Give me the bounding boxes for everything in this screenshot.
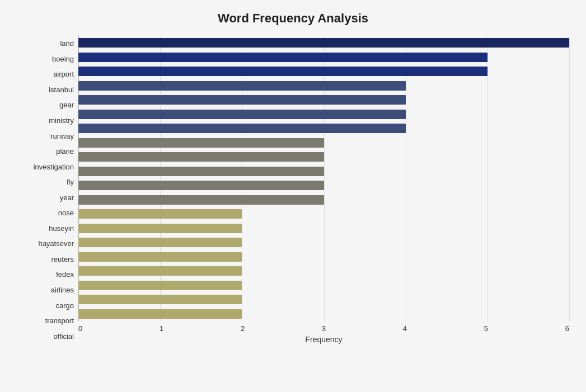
y-axis-label: boeing [52, 55, 74, 63]
y-axis-label: ministry [49, 117, 74, 124]
y-axis-label: hayatsever [38, 240, 74, 247]
bars-area [78, 36, 569, 321]
bar [78, 295, 242, 304]
bar [78, 181, 324, 190]
bar [78, 124, 406, 133]
bar [78, 195, 324, 205]
bar [78, 81, 406, 91]
y-axis-label: reuters [51, 256, 74, 263]
y-axis-label: investigation [34, 163, 74, 171]
y-axis-label: fedex [56, 271, 74, 278]
grid-line [569, 36, 570, 321]
bar [78, 110, 406, 119]
bar [78, 281, 242, 290]
bar [78, 53, 487, 62]
bar [78, 95, 406, 105]
bar-row [78, 250, 569, 265]
bar-row [78, 221, 569, 236]
chart-container: Word Frequency Analysis landboeingairpor… [0, 0, 586, 392]
y-axis-label: plane [56, 148, 74, 155]
x-axis-label: Frequency [78, 335, 569, 344]
x-axis: 0123456 [78, 321, 569, 333]
y-axis-label: airport [53, 70, 74, 78]
bars-and-xaxis: 0123456 Frequency [78, 36, 569, 344]
bar-row [78, 107, 569, 122]
bar-row [78, 136, 569, 150]
bar-row [78, 50, 569, 65]
bar-row [78, 150, 569, 164]
x-tick: 4 [403, 324, 407, 333]
bar [78, 167, 324, 176]
y-axis-label: land [60, 40, 74, 47]
bar [78, 38, 569, 48]
y-axis-label: official [53, 333, 74, 340]
bar [78, 224, 242, 233]
bar-row [78, 178, 569, 193]
bar [78, 67, 487, 76]
y-axis-label: istanbul [49, 86, 74, 93]
y-axis-label: nose [58, 209, 74, 216]
bar [78, 266, 242, 276]
bar-row [78, 207, 569, 221]
bar-row [78, 264, 569, 278]
bar [78, 138, 324, 148]
chart-title: Word Frequency Analysis [17, 11, 569, 26]
y-axis-label: gear [59, 101, 74, 108]
bar-rows [78, 36, 569, 321]
bar-row [78, 164, 569, 179]
bar-row [78, 93, 569, 107]
bar-row [78, 36, 569, 50]
bar [78, 152, 324, 162]
y-axis: landboeingairportistanbulgearministryrun… [17, 36, 78, 344]
x-tick: 2 [241, 324, 245, 333]
y-axis-label: runway [50, 133, 74, 140]
y-axis-label: huseyin [49, 225, 74, 232]
y-axis-label: year [60, 194, 74, 201]
chart-area: landboeingairportistanbulgearministryrun… [17, 36, 569, 344]
x-tick: 1 [160, 324, 163, 333]
bar [78, 209, 242, 219]
bar [78, 309, 242, 319]
y-axis-label: airlines [51, 286, 74, 294]
bar-row [78, 235, 569, 250]
bar [78, 252, 242, 262]
bar [78, 238, 242, 247]
x-tick: 0 [78, 324, 82, 333]
bar-row [78, 307, 569, 322]
bar-row [78, 79, 569, 93]
x-tick: 3 [322, 324, 326, 333]
y-axis-label: cargo [55, 302, 74, 309]
x-tick: 5 [484, 324, 488, 333]
bar-row [78, 292, 569, 307]
bar-row [78, 278, 569, 293]
x-tick: 6 [565, 324, 569, 333]
bar-row [78, 193, 569, 207]
bar-row [78, 64, 569, 79]
bar-row [78, 121, 569, 136]
y-axis-label: fly [67, 178, 74, 186]
y-axis-label: transport [45, 317, 74, 324]
